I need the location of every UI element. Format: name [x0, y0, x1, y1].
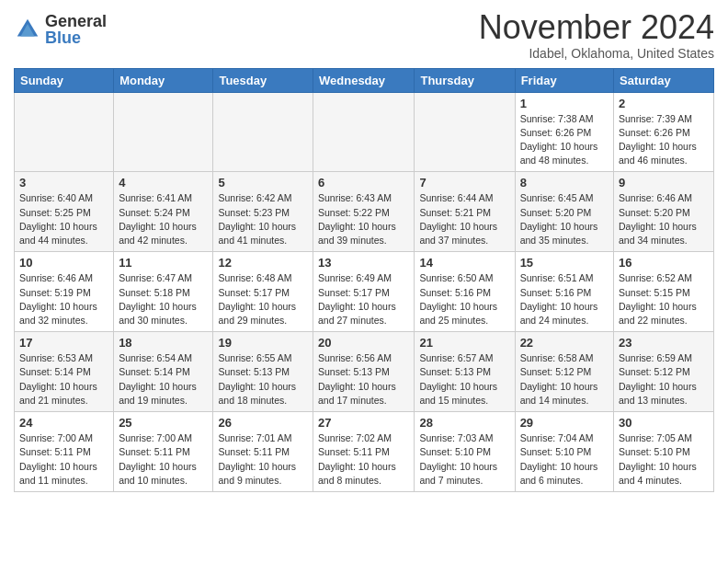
day-info: Sunrise: 6:55 AM Sunset: 5:13 PM Dayligh…: [218, 351, 308, 408]
logo-icon: [14, 16, 41, 43]
day-info: Sunrise: 7:00 AM Sunset: 5:11 PM Dayligh…: [19, 431, 108, 488]
calendar-header-row: SundayMondayTuesdayWednesdayThursdayFrid…: [15, 68, 714, 92]
day-info: Sunrise: 6:57 AM Sunset: 5:13 PM Dayligh…: [419, 351, 509, 408]
day-number: 19: [218, 336, 308, 350]
logo: General Blue: [14, 13, 107, 46]
logo-blue-text: Blue: [45, 29, 107, 46]
day-number: 11: [119, 256, 208, 270]
day-number: 30: [619, 416, 709, 430]
logo-general: General: [45, 13, 107, 29]
day-number: 26: [218, 416, 308, 430]
calendar-day: [114, 92, 213, 172]
calendar-day: 18Sunrise: 6:54 AM Sunset: 5:14 PM Dayli…: [114, 332, 213, 412]
calendar-day: 16Sunrise: 6:52 AM Sunset: 5:15 PM Dayli…: [614, 252, 714, 332]
day-info: Sunrise: 6:51 AM Sunset: 5:16 PM Dayligh…: [520, 271, 609, 327]
calendar-header-wednesday: Wednesday: [313, 68, 415, 92]
calendar-header-thursday: Thursday: [415, 68, 515, 92]
calendar-day: [313, 92, 415, 172]
calendar-header-saturday: Saturday: [614, 68, 714, 92]
calendar-day: 28Sunrise: 7:03 AM Sunset: 5:10 PM Dayli…: [415, 412, 515, 492]
calendar-day: 23Sunrise: 6:59 AM Sunset: 5:12 PM Dayli…: [614, 332, 714, 412]
calendar-day: 25Sunrise: 7:00 AM Sunset: 5:11 PM Dayli…: [114, 412, 213, 492]
day-info: Sunrise: 6:40 AM Sunset: 5:25 PM Dayligh…: [19, 191, 108, 247]
calendar-header-tuesday: Tuesday: [213, 68, 313, 92]
calendar-day: 30Sunrise: 7:05 AM Sunset: 5:10 PM Dayli…: [614, 412, 714, 492]
calendar-day: 11Sunrise: 6:47 AM Sunset: 5:18 PM Dayli…: [114, 252, 213, 332]
calendar-day: 3Sunrise: 6:40 AM Sunset: 5:25 PM Daylig…: [15, 172, 114, 252]
location: Idabel, Oklahoma, United States: [479, 46, 714, 61]
day-number: 12: [218, 256, 308, 270]
calendar-day: 27Sunrise: 7:02 AM Sunset: 5:11 PM Dayli…: [313, 412, 415, 492]
day-number: 10: [19, 256, 108, 270]
calendar-day: 19Sunrise: 6:55 AM Sunset: 5:13 PM Dayli…: [213, 332, 313, 412]
day-info: Sunrise: 6:43 AM Sunset: 5:22 PM Dayligh…: [318, 191, 409, 247]
calendar-day: [415, 92, 515, 172]
calendar-day: 5Sunrise: 6:42 AM Sunset: 5:23 PM Daylig…: [213, 172, 313, 252]
day-info: Sunrise: 7:39 AM Sunset: 6:26 PM Dayligh…: [619, 112, 709, 168]
day-info: Sunrise: 6:44 AM Sunset: 5:21 PM Dayligh…: [419, 191, 509, 247]
day-info: Sunrise: 7:38 AM Sunset: 6:26 PM Dayligh…: [520, 112, 609, 168]
calendar-week-1: 1Sunrise: 7:38 AM Sunset: 6:26 PM Daylig…: [15, 92, 714, 172]
calendar-day: 17Sunrise: 6:53 AM Sunset: 5:14 PM Dayli…: [15, 332, 114, 412]
day-info: Sunrise: 6:50 AM Sunset: 5:16 PM Dayligh…: [419, 271, 509, 327]
calendar-day: 12Sunrise: 6:48 AM Sunset: 5:17 PM Dayli…: [213, 252, 313, 332]
day-info: Sunrise: 6:45 AM Sunset: 5:20 PM Dayligh…: [520, 191, 609, 247]
title-block: November 2024 Idabel, Oklahoma, United S…: [479, 9, 714, 61]
calendar-day: 9Sunrise: 6:46 AM Sunset: 5:20 PM Daylig…: [614, 172, 714, 252]
day-number: 28: [419, 416, 509, 430]
day-number: 14: [419, 256, 509, 270]
day-number: 22: [520, 336, 609, 350]
day-info: Sunrise: 7:03 AM Sunset: 5:10 PM Dayligh…: [419, 431, 509, 488]
day-number: 8: [520, 176, 609, 190]
day-number: 13: [318, 256, 409, 270]
day-info: Sunrise: 7:02 AM Sunset: 5:11 PM Dayligh…: [318, 431, 409, 488]
day-number: 27: [318, 416, 409, 430]
day-info: Sunrise: 6:59 AM Sunset: 5:12 PM Dayligh…: [619, 351, 709, 408]
calendar-day: 4Sunrise: 6:41 AM Sunset: 5:24 PM Daylig…: [114, 172, 213, 252]
calendar-day: 1Sunrise: 7:38 AM Sunset: 6:26 PM Daylig…: [515, 92, 613, 172]
calendar-day: 10Sunrise: 6:46 AM Sunset: 5:19 PM Dayli…: [15, 252, 114, 332]
day-number: 5: [218, 176, 308, 190]
day-info: Sunrise: 6:52 AM Sunset: 5:15 PM Dayligh…: [619, 271, 709, 327]
calendar-table: SundayMondayTuesdayWednesdayThursdayFrid…: [14, 68, 714, 492]
calendar-day: [213, 92, 313, 172]
calendar-header-sunday: Sunday: [15, 68, 114, 92]
day-info: Sunrise: 6:47 AM Sunset: 5:18 PM Dayligh…: [119, 271, 208, 327]
calendar-day: 15Sunrise: 6:51 AM Sunset: 5:16 PM Dayli…: [515, 252, 613, 332]
day-info: Sunrise: 6:58 AM Sunset: 5:12 PM Dayligh…: [520, 351, 609, 408]
month-title: November 2024: [479, 9, 714, 46]
day-info: Sunrise: 6:41 AM Sunset: 5:24 PM Dayligh…: [119, 191, 208, 247]
day-info: Sunrise: 6:48 AM Sunset: 5:17 PM Dayligh…: [218, 271, 308, 327]
day-number: 24: [19, 416, 108, 430]
day-info: Sunrise: 6:42 AM Sunset: 5:23 PM Dayligh…: [218, 191, 308, 247]
day-info: Sunrise: 6:56 AM Sunset: 5:13 PM Dayligh…: [318, 351, 409, 408]
calendar-day: 6Sunrise: 6:43 AM Sunset: 5:22 PM Daylig…: [313, 172, 415, 252]
day-info: Sunrise: 6:46 AM Sunset: 5:19 PM Dayligh…: [19, 271, 108, 327]
calendar-day: 22Sunrise: 6:58 AM Sunset: 5:12 PM Dayli…: [515, 332, 613, 412]
calendar-week-5: 24Sunrise: 7:00 AM Sunset: 5:11 PM Dayli…: [15, 412, 714, 492]
day-number: 4: [119, 176, 208, 190]
calendar-day: 21Sunrise: 6:57 AM Sunset: 5:13 PM Dayli…: [415, 332, 515, 412]
calendar-day: 29Sunrise: 7:04 AM Sunset: 5:10 PM Dayli…: [515, 412, 613, 492]
calendar-day: 2Sunrise: 7:39 AM Sunset: 6:26 PM Daylig…: [614, 92, 714, 172]
day-info: Sunrise: 6:49 AM Sunset: 5:17 PM Dayligh…: [318, 271, 409, 327]
calendar-day: 24Sunrise: 7:00 AM Sunset: 5:11 PM Dayli…: [15, 412, 114, 492]
day-info: Sunrise: 7:00 AM Sunset: 5:11 PM Dayligh…: [119, 431, 208, 488]
calendar-header-friday: Friday: [515, 68, 613, 92]
day-number: 9: [619, 176, 709, 190]
logo-text: General Blue: [45, 13, 107, 46]
day-number: 29: [520, 416, 609, 430]
calendar-day: 7Sunrise: 6:44 AM Sunset: 5:21 PM Daylig…: [415, 172, 515, 252]
day-info: Sunrise: 7:05 AM Sunset: 5:10 PM Dayligh…: [619, 431, 709, 488]
calendar-week-2: 3Sunrise: 6:40 AM Sunset: 5:25 PM Daylig…: [15, 172, 714, 252]
day-info: Sunrise: 7:04 AM Sunset: 5:10 PM Dayligh…: [520, 431, 609, 488]
day-number: 16: [619, 256, 709, 270]
day-number: 17: [19, 336, 108, 350]
day-number: 3: [19, 176, 108, 190]
calendar-day: 8Sunrise: 6:45 AM Sunset: 5:20 PM Daylig…: [515, 172, 613, 252]
calendar-header-monday: Monday: [114, 68, 213, 92]
calendar-day: 26Sunrise: 7:01 AM Sunset: 5:11 PM Dayli…: [213, 412, 313, 492]
day-number: 18: [119, 336, 208, 350]
calendar-day: 20Sunrise: 6:56 AM Sunset: 5:13 PM Dayli…: [313, 332, 415, 412]
calendar-day: 14Sunrise: 6:50 AM Sunset: 5:16 PM Dayli…: [415, 252, 515, 332]
